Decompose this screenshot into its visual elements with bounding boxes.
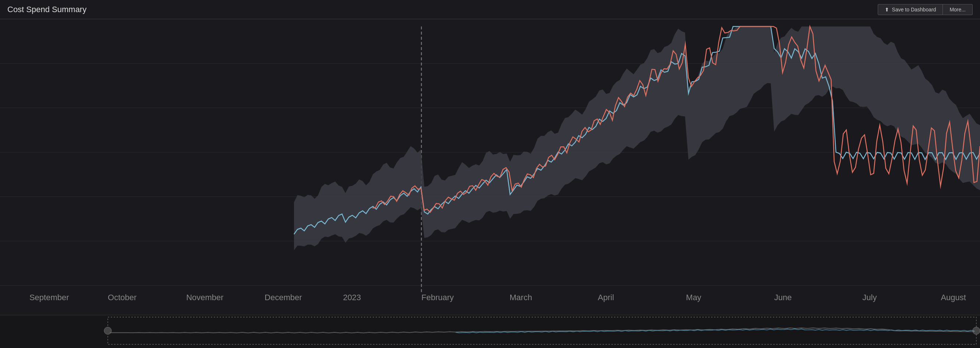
- more-button[interactable]: More...: [943, 4, 973, 15]
- main-chart-canvas: [0, 19, 980, 315]
- page: Cost Spend Summary ⬆ Save to Dashboard M…: [0, 0, 980, 348]
- save-button-label: Save to Dashboard: [892, 6, 936, 13]
- main-chart-area: [0, 19, 980, 315]
- header: Cost Spend Summary ⬆ Save to Dashboard M…: [0, 0, 980, 19]
- save-icon: ⬆: [885, 6, 889, 13]
- minimap-chart-canvas: [0, 315, 980, 348]
- minimap-area[interactable]: [0, 315, 980, 348]
- page-title: Cost Spend Summary: [7, 5, 86, 14]
- header-actions: ⬆ Save to Dashboard More...: [878, 4, 973, 15]
- save-to-dashboard-button[interactable]: ⬆ Save to Dashboard: [878, 4, 943, 15]
